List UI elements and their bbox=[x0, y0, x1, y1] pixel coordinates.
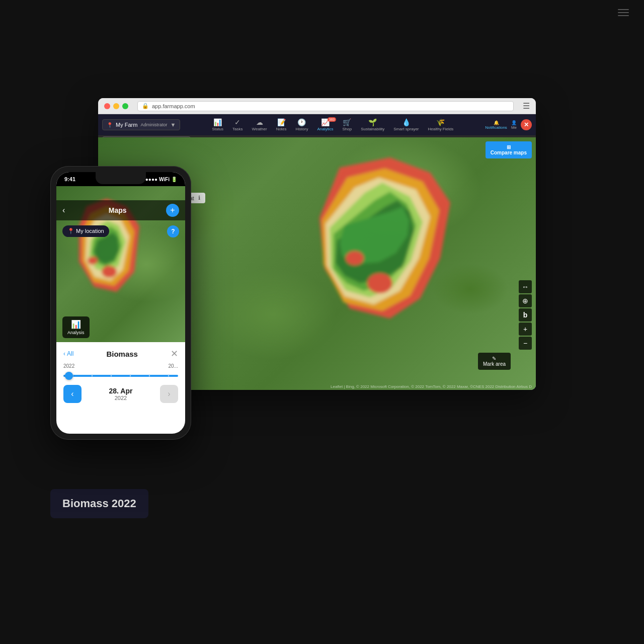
compare-maps-button[interactable]: ⊞ Compare maps bbox=[486, 141, 532, 158]
panel-close-button[interactable]: ✕ bbox=[171, 348, 178, 359]
mark-area-label: Mark area bbox=[483, 361, 506, 367]
sustainability-icon: 🌱 bbox=[368, 118, 377, 126]
nav-weather-label: Weather bbox=[252, 127, 267, 131]
farm-role: Administrator bbox=[140, 122, 167, 127]
browser-fullscreen-dot[interactable] bbox=[122, 103, 128, 109]
battery-icon: 🔋 bbox=[171, 177, 177, 182]
farm-label: My Farm bbox=[116, 122, 137, 128]
biomass-year-label: Biomass 2022 bbox=[50, 489, 148, 518]
nav-sustainability[interactable]: 🌱 Sustainability bbox=[357, 117, 388, 132]
nav-analytics[interactable]: 360 📈 Analytics bbox=[313, 117, 337, 132]
slider-thumb[interactable] bbox=[65, 372, 73, 380]
zoom-in-control[interactable]: + bbox=[519, 323, 532, 336]
phone-maps-title: Maps bbox=[69, 206, 166, 214]
browser-lock-icon: 🔒 bbox=[142, 103, 149, 109]
nav-healthy-fields-label: Healthy Fields bbox=[428, 127, 454, 131]
year-labels: 2022 20... bbox=[63, 363, 178, 369]
browser-close-dot[interactable] bbox=[104, 103, 110, 109]
svg-point-20 bbox=[102, 266, 117, 278]
nav-history-label: History bbox=[296, 127, 308, 131]
wifi-icon: WiFi bbox=[159, 177, 170, 182]
nav-smart-sprayer-label: Smart sprayer bbox=[393, 127, 419, 131]
signal-icon: ●●●● bbox=[145, 177, 157, 182]
slider-dot-4 bbox=[129, 375, 131, 377]
desktop-menu-icon[interactable] bbox=[618, 9, 629, 16]
farm-dropdown-icon: ▼ bbox=[170, 122, 176, 128]
me-button[interactable]: 👤 Me bbox=[511, 120, 517, 130]
notifications-icon: 🔔 bbox=[494, 120, 499, 125]
phone-add-button[interactable]: + bbox=[166, 204, 179, 217]
year-end: 20... bbox=[169, 363, 178, 369]
compare-label: Compare maps bbox=[491, 150, 527, 155]
phone-time: 9:41 bbox=[64, 176, 75, 182]
help-icon: ? bbox=[171, 228, 175, 235]
nav-right: 🔔 Notifications 👤 Me ✕ bbox=[485, 119, 532, 130]
close-button[interactable]: ✕ bbox=[521, 119, 532, 130]
nav-status[interactable]: 📊 Status bbox=[208, 117, 227, 132]
nav-tasks-label: Tasks bbox=[232, 127, 243, 131]
notifications-button[interactable]: 🔔 Notifications bbox=[485, 120, 507, 130]
nav-shop[interactable]: 🛒 Shop bbox=[338, 117, 356, 132]
nav-status-label: Status bbox=[212, 127, 223, 131]
nav-tasks[interactable]: ✓ Tasks bbox=[228, 117, 247, 132]
mark-area-button[interactable]: ✎ Mark area bbox=[478, 353, 511, 370]
me-icon: 👤 bbox=[511, 120, 517, 125]
date-prev-nav-button[interactable]: ‹ bbox=[63, 385, 82, 403]
smart-sprayer-icon: 💧 bbox=[402, 118, 411, 126]
phone-nav-bar: ‹ Maps + bbox=[56, 200, 185, 220]
svg-point-13 bbox=[346, 251, 364, 265]
phone-notch bbox=[96, 172, 146, 184]
notifications-label: Notifications bbox=[485, 125, 507, 130]
analysis-button[interactable]: 📊 Analysis bbox=[62, 316, 90, 338]
locate-control[interactable]: ⊕ bbox=[519, 294, 532, 307]
map-controls: ↔ ⊕ b + − bbox=[519, 280, 532, 350]
notes-icon: 📝 bbox=[277, 118, 286, 126]
date-next-nav-icon: › bbox=[168, 389, 170, 398]
nav-smart-sprayer[interactable]: 💧 Smart sprayer bbox=[389, 117, 423, 132]
phone-panel: ‹ All Biomass ✕ 2022 20... bbox=[56, 342, 185, 409]
tasks-icon: ✓ bbox=[234, 118, 240, 126]
me-label: Me bbox=[511, 125, 517, 130]
browser-address-bar[interactable]: 🔒 app.farmapp.com bbox=[137, 101, 514, 111]
history-icon: 🕐 bbox=[297, 118, 306, 126]
nav-history[interactable]: 🕐 History bbox=[292, 117, 312, 132]
browser-menu-icon[interactable]: ☰ bbox=[523, 101, 530, 111]
analysis-icon: 📊 bbox=[67, 319, 85, 329]
nav-analytics-label: Analytics bbox=[317, 127, 333, 131]
nav-icons: 📊 Status ✓ Tasks ☁ Weather 📝 Notes 🕐 bbox=[180, 117, 485, 132]
slider-dot-2 bbox=[91, 375, 93, 377]
farm-selector[interactable]: 📍 My Farm Administrator ▼ bbox=[102, 119, 180, 130]
browser-titlebar: 🔒 app.farmapp.com ☰ bbox=[98, 98, 536, 114]
date-display: 28. Apr 2022 bbox=[109, 387, 133, 401]
analytics-badge: 360 bbox=[328, 117, 337, 122]
svg-point-21 bbox=[88, 257, 98, 265]
zoom-out-control[interactable]: − bbox=[519, 337, 532, 350]
phone-back-button[interactable]: ‹ bbox=[62, 206, 65, 215]
nav-healthy-fields[interactable]: 🌾 Healthy Fields bbox=[424, 117, 458, 132]
nav-sustainability-label: Sustainability bbox=[361, 127, 384, 131]
help-button[interactable]: ? bbox=[167, 225, 179, 237]
panel-back-button[interactable]: ‹ All bbox=[63, 350, 73, 357]
slider-dot-6 bbox=[168, 375, 170, 377]
date-navigator: ‹ 28. Apr 2022 › bbox=[63, 385, 178, 403]
healthy-fields-icon: 🌾 bbox=[436, 118, 445, 126]
nav-notes[interactable]: 📝 Notes bbox=[272, 117, 291, 132]
panel-title: Biomass bbox=[106, 350, 138, 358]
svg-point-12 bbox=[367, 273, 392, 293]
close-icon: ✕ bbox=[524, 121, 529, 128]
pan-control[interactable]: ↔ bbox=[519, 280, 532, 293]
browser-minimize-dot[interactable] bbox=[113, 103, 119, 109]
nav-weather[interactable]: ☁ Weather bbox=[248, 117, 271, 132]
phone-screen: 9:41 ●●●● WiFi 🔋 bbox=[56, 172, 185, 434]
location-label: My location bbox=[76, 228, 104, 234]
analysis-label: Analysis bbox=[67, 330, 85, 335]
date-next-nav-button[interactable]: › bbox=[160, 385, 178, 403]
my-location-button[interactable]: 📍 My location bbox=[62, 225, 109, 237]
timeline-slider[interactable] bbox=[63, 371, 178, 381]
nav-notes-label: Notes bbox=[276, 127, 287, 131]
bing-control[interactable]: b bbox=[519, 308, 532, 321]
phone-container: 9:41 ●●●● WiFi 🔋 bbox=[50, 166, 191, 440]
phone-panel-header: ‹ All Biomass ✕ bbox=[63, 348, 178, 359]
status-icon: 📊 bbox=[213, 118, 222, 126]
browser-address-text: app.farmapp.com bbox=[152, 103, 195, 109]
